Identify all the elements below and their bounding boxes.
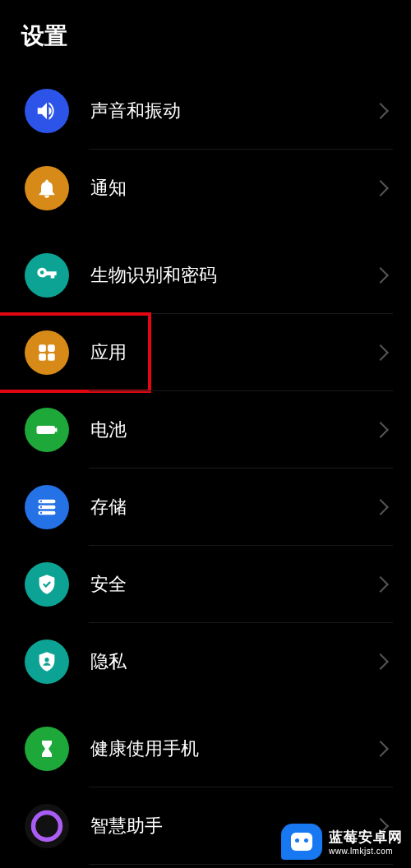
- chevron-right-icon: [372, 180, 389, 196]
- svg-rect-0: [39, 344, 46, 352]
- hourglass-icon: [25, 727, 69, 771]
- settings-group: 声音和振动 通知: [0, 72, 411, 227]
- sound-icon: [25, 89, 69, 133]
- settings-group: 生物识别和密码 应用 电池 存储 安全: [0, 237, 411, 700]
- item-label: 声音和振动: [90, 99, 375, 123]
- watermark-brand: 蓝莓安卓网: [329, 828, 403, 847]
- chevron-right-icon: [372, 741, 389, 757]
- ring-icon: [25, 804, 69, 848]
- chevron-right-icon: [372, 576, 389, 593]
- settings-item-storage[interactable]: 存储: [0, 469, 411, 546]
- svg-point-11: [40, 512, 42, 514]
- settings-item-biometrics[interactable]: 生物识别和密码: [0, 237, 411, 314]
- settings-item-security[interactable]: 安全: [0, 546, 411, 623]
- chevron-right-icon: [372, 653, 389, 670]
- item-label: 应用: [90, 340, 375, 365]
- svg-point-12: [44, 658, 48, 662]
- item-label: 健康使用手机: [90, 736, 375, 761]
- watermark: 蓝莓安卓网 www.lmkjst.com: [281, 824, 403, 860]
- item-label: 通知: [90, 176, 375, 201]
- svg-rect-2: [39, 353, 46, 361]
- chevron-right-icon: [372, 267, 389, 284]
- section-divider: [0, 227, 411, 237]
- section-divider: [0, 700, 411, 710]
- item-label: 安全: [90, 572, 375, 597]
- watermark-url: www.lmkjst.com: [329, 847, 403, 856]
- svg-rect-5: [55, 428, 58, 432]
- item-label: 生物识别和密码: [90, 263, 375, 288]
- page-header: 设置: [0, 0, 411, 72]
- page-title: 设置: [21, 21, 390, 52]
- chevron-right-icon: [372, 422, 389, 438]
- key-icon: [25, 253, 69, 298]
- settings-item-privacy[interactable]: 隐私: [0, 623, 411, 700]
- settings-item-battery[interactable]: 电池: [0, 391, 411, 469]
- item-label: 隐私: [90, 649, 375, 674]
- svg-rect-1: [48, 344, 55, 352]
- settings-item-apps[interactable]: 应用: [0, 314, 411, 391]
- settings-item-accessibility[interactable]: 辅助功能: [0, 865, 411, 868]
- item-label: 存储: [90, 495, 375, 519]
- svg-point-9: [40, 501, 42, 502]
- svg-rect-3: [48, 353, 55, 361]
- shield-user-icon: [25, 639, 69, 684]
- chevron-right-icon: [372, 499, 389, 515]
- chevron-right-icon: [372, 344, 389, 361]
- bell-icon: [25, 166, 69, 210]
- storage-icon: [25, 485, 69, 529]
- svg-point-13: [34, 813, 61, 840]
- apps-icon: [25, 330, 69, 375]
- settings-item-digital-wellbeing[interactable]: 健康使用手机: [0, 710, 411, 787]
- chevron-right-icon: [372, 103, 389, 119]
- settings-item-sound[interactable]: 声音和振动: [0, 72, 411, 150]
- svg-rect-4: [37, 426, 56, 434]
- svg-point-10: [40, 506, 42, 508]
- watermark-logo-icon: [281, 824, 322, 860]
- settings-item-notifications[interactable]: 通知: [0, 150, 411, 227]
- shield-check-icon: [25, 562, 69, 607]
- battery-icon: [25, 408, 69, 452]
- item-label: 电池: [90, 418, 375, 442]
